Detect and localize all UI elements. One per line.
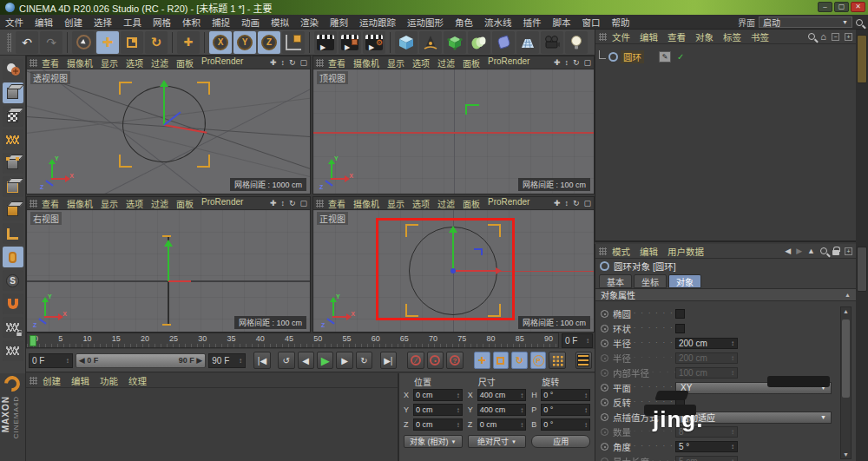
coordinate-field[interactable]: 0 cm↕ [413,418,463,431]
convert-object-button[interactable] [3,59,23,80]
home-icon[interactable]: ⌂ [820,31,826,42]
coordinate-field[interactable]: 400 cm↕ [477,404,527,416]
viewport-menu-item[interactable]: 面板 [463,56,480,69]
minimize-button[interactable]: – [818,2,832,12]
coordinate-system-button[interactable] [282,31,305,54]
frame-range-slider[interactable]: ◀ 0 F90 F ▶ [76,353,207,368]
coordinate-field[interactable]: 0 °↕ [541,404,590,416]
animate-toggle-icon[interactable] [601,443,608,451]
mode-dropdown[interactable]: 对象 (相对)▼ [404,435,463,448]
render-view-button[interactable] [314,31,337,54]
viewport-menu-item[interactable]: ProRender [488,56,529,69]
attribute-section-header[interactable]: 对象属性▲ [595,288,856,301]
maximize-view-icon[interactable]: ▢ [583,199,591,207]
key-pla-button[interactable] [549,352,565,369]
viewport-menu-item[interactable]: ProRender [201,197,243,210]
maximize-button[interactable]: ▢ [834,2,849,12]
lock-y-axis-button[interactable]: Y [233,31,256,54]
animate-toggle-icon[interactable] [601,339,608,347]
menu-item[interactable]: 选择 [94,16,112,29]
menu-item[interactable]: 插件 [523,16,542,29]
viewport-menu-item[interactable]: 过滤 [151,56,168,69]
viewport-menu-item[interactable]: 显示 [101,56,118,69]
coordinate-field[interactable]: 0 cm↕ [477,418,527,431]
current-frame-field[interactable]: 0 F↕ [562,333,593,348]
autokey-button[interactable]: • [427,352,444,369]
object-menu-item[interactable]: 编辑 [640,30,658,43]
menu-item[interactable]: 渲染 [300,16,319,29]
menu-item[interactable]: 捕捉 [212,16,230,29]
workplane-snap-button[interactable] [3,340,23,361]
primitive-cube-button[interactable] [395,31,418,54]
viewport-menu-item[interactable]: 摄像机 [353,197,379,210]
menu-item[interactable]: 帮助 [612,16,630,29]
play-button[interactable]: ▶ [317,352,333,369]
history-forward-icon[interactable]: ▶ [796,247,802,255]
search-icon[interactable] [820,247,827,254]
side-tab[interactable] [857,35,867,83]
animate-toggle-icon[interactable] [601,398,608,406]
stepper-icon[interactable]: ↕ [584,406,588,414]
stepper-icon[interactable]: ↕ [457,392,460,399]
arrow-up-icon[interactable]: ▲ [807,247,815,255]
deformer-button[interactable] [492,31,515,54]
panel-grip[interactable] [316,200,324,207]
pan-view-icon[interactable]: ✚ [270,199,277,207]
toolbar-grip[interactable] [7,33,11,52]
dolly-view-icon[interactable]: ↕ [564,199,569,207]
scale-tool[interactable] [121,31,143,54]
menu-item[interactable]: 文件 [5,16,23,29]
panel-grip[interactable] [30,377,37,385]
menu-item[interactable]: 编辑 [35,16,53,29]
rotate-tool[interactable]: ↻ [145,31,168,54]
axis-mode-button[interactable] [3,223,23,244]
viewport-menu-item[interactable]: 查看 [42,197,59,210]
tab-对象[interactable]: 对象 [668,274,701,288]
menu-item[interactable]: 运动图形 [407,16,444,29]
keyframe-help-button[interactable]: ? [446,352,463,369]
viewport-menu-item[interactable]: 显示 [101,197,118,210]
edges-mode-button[interactable] [3,176,23,197]
viewport-menu-item[interactable]: ProRender [488,197,529,210]
viewport-menu-item[interactable]: ProRender [201,56,243,69]
viewport-menu-item[interactable]: 面板 [463,197,480,210]
previous-frame-button[interactable]: ◀ [298,352,314,369]
viewport-top[interactable]: 查看摄像机显示选项过滤面板ProRender ✚↕↻▢ XYZ 顶视图 网格间距… [312,56,595,194]
value-field[interactable]: 100 cm↕ [675,367,738,379]
viewport-menu-item[interactable]: 过滤 [151,197,168,210]
viewport-menu-item[interactable]: 面板 [176,197,194,210]
value-field[interactable]: 200 cm↕ [675,338,738,349]
key-rotation-button[interactable]: ↻ [511,352,528,369]
checkbox[interactable] [675,309,685,319]
side-tab[interactable] [857,247,867,292]
tab-基本[interactable]: 基本 [599,274,632,288]
polygons-mode-button[interactable] [3,200,23,221]
history-back-icon[interactable]: ◀ [785,247,791,255]
object-menu-item[interactable]: 文件 [612,30,630,43]
animate-toggle-icon[interactable] [601,458,608,461]
scroll-up-icon[interactable]: ▲ [841,308,851,314]
last-tool-button[interactable]: ✚ [177,31,200,54]
stepper-icon[interactable]: ↕ [731,443,734,451]
menu-item[interactable]: 创建 [64,16,82,29]
maximize-view-icon[interactable]: ▢ [299,199,307,207]
pen-spline-button[interactable] [419,31,442,54]
record-keyframe-button[interactable]: ∕ [407,352,424,369]
undo-button[interactable]: ↶ [16,31,38,54]
panel-grip[interactable] [599,33,607,41]
viewport-menu-item[interactable]: 选项 [126,56,143,69]
coordinate-field[interactable]: 0 °↕ [541,418,590,431]
timeline-spool-button[interactable] [575,352,592,369]
search-icon[interactable] [808,33,815,40]
y-axis-handle[interactable] [163,85,165,125]
points-mode-button[interactable] [3,153,23,174]
y-axis-handle[interactable] [168,245,169,281]
lock-z-axis-button[interactable]: Z [258,31,280,54]
timeline-playhead[interactable] [30,335,36,346]
pan-view-icon[interactable]: ✚ [554,58,561,67]
workplane-lock-button[interactable] [3,317,23,338]
stepper-icon[interactable]: ↕ [457,406,460,414]
menu-item[interactable]: 网格 [153,16,171,29]
panel-grip[interactable] [316,59,324,67]
viewport-menu-item[interactable]: 摄像机 [353,56,379,69]
